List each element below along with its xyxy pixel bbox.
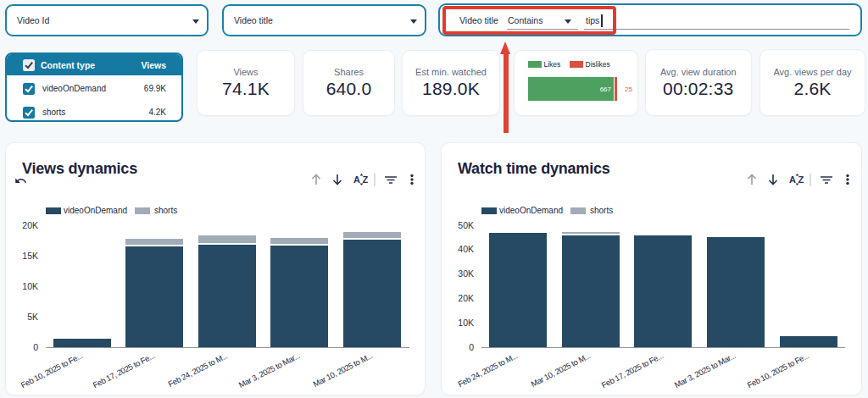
- svg-text:Z: Z: [363, 174, 369, 185]
- svg-text:A: A: [353, 174, 360, 185]
- svg-text:Z: Z: [798, 174, 804, 185]
- svg-text:A: A: [789, 174, 796, 185]
